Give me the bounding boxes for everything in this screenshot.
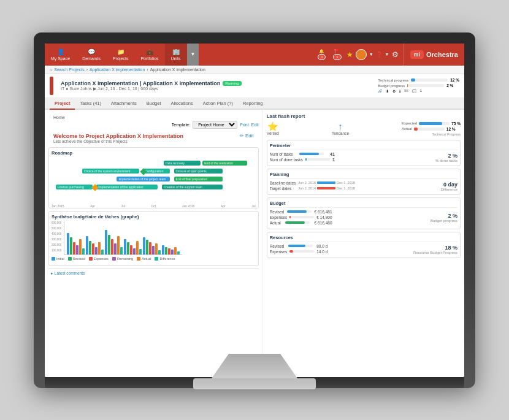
budget-actual-bar <box>285 221 305 224</box>
chart-bar <box>124 239 126 254</box>
chart-bar <box>89 241 91 254</box>
chart-bar <box>108 235 110 254</box>
avatar-dropdown[interactable]: ▼ <box>369 52 373 56</box>
nav-portfolios[interactable]: 💼 Portfolios <box>134 44 164 66</box>
nav-portfolios-label: Portfolios <box>140 56 158 61</box>
chart-bar <box>152 246 155 254</box>
budget-actual-value: € 616,480 <box>315 221 332 225</box>
favorites-icon[interactable]: ★ <box>346 50 353 59</box>
budget-percent-sub: Budget progress <box>431 219 457 223</box>
portfolios-icon: 💼 <box>146 48 153 55</box>
info-icon[interactable]: ℹ <box>399 89 400 93</box>
avatar[interactable] <box>356 49 367 60</box>
tab-allocations[interactable]: Allocations <box>166 98 198 110</box>
bell-icon: 🔔 <box>319 49 324 54</box>
right-panel: Last flash report ⭐ Vériled ↑ Tendance <box>263 110 464 377</box>
screen: 👤 My Space 💬 Demands 📁 Projects 💼 Portfo… <box>45 44 464 377</box>
baseline-bar <box>317 181 335 184</box>
baseline-from: Jun 2, 2016 <box>298 181 316 185</box>
question-icon[interactable]: ❓ <box>376 52 383 58</box>
legend-item: Revised <box>68 257 85 261</box>
chart-bars-area <box>64 221 182 255</box>
chart-bar <box>149 242 151 254</box>
flash-report-row: ⭐ Vériled ↑ Tendance Expected 75 % <box>267 121 461 136</box>
nav-flag[interactable]: 🚩 1 <box>331 49 343 60</box>
arrow-up-icon: ↑ <box>339 121 343 131</box>
units-icon: 🏢 <box>172 48 180 55</box>
resources-percent: 18 % <box>445 245 457 251</box>
tab-budget[interactable]: Budget <box>142 98 166 110</box>
task-data-recovery: Data recovery <box>164 161 201 166</box>
task-choice-system: Choice of the system environment <box>82 169 139 174</box>
chart-legend: InitialRevisedExpensesRemainingActualDif… <box>52 257 256 261</box>
num-done-value: 1 <box>332 158 335 162</box>
download-icon[interactable]: ⬇ <box>386 89 389 93</box>
nav-demands[interactable]: 💬 Demands <box>76 44 107 66</box>
tab-action-plan[interactable]: Action Plan (?) <box>198 98 238 110</box>
settings-icon[interactable]: ⚙ <box>392 50 399 59</box>
welcome-subtitle: Lets achieve the Objective of this Proje… <box>53 139 183 143</box>
chart-bar <box>73 242 75 254</box>
budget-progress-bar <box>407 84 408 87</box>
tab-reporting[interactable]: Reporting <box>238 98 268 110</box>
budget-revised-label: Revised <box>270 210 284 214</box>
chart-bar <box>155 243 158 254</box>
project-meta: IT ● Suze Johns ▶ Jun 2, 16 - Dec 1, 16 … <box>61 86 373 91</box>
question-dropdown[interactable]: ▼ <box>385 52 389 56</box>
nav-projects[interactable]: 📁 Projects <box>107 44 134 66</box>
chart-container: 600,000500,000400,000300,000200,000100,0… <box>52 221 256 255</box>
logo-box: mi <box>410 50 424 59</box>
budget-revised-bar <box>287 210 307 213</box>
budget-revised-value: € 616,481 <box>315 210 332 214</box>
legend-box <box>52 257 55 261</box>
legend-label: Remaining <box>117 257 133 261</box>
legend-label: Actual <box>142 257 151 261</box>
baseline-label: Baseline dates <box>270 181 296 185</box>
latest-comments[interactable]: ▸ Latest comments <box>48 269 259 278</box>
settings2-icon[interactable]: ⚙ <box>392 89 396 93</box>
num-tasks-label: Num of tasks <box>270 152 293 156</box>
project-title-col: Application X implementation | Applicati… <box>61 80 373 91</box>
tab-attachments[interactable]: Attachments <box>106 98 142 110</box>
num-done-bar <box>305 158 307 161</box>
tp-label: Technical Progress <box>402 132 461 136</box>
tab-project[interactable]: Project <box>50 98 75 110</box>
breadcrumb-project[interactable]: Application X implementation <box>90 67 145 72</box>
nav-dropdown[interactable]: ▼ <box>187 44 199 66</box>
legend-box <box>137 257 140 261</box>
nav-bell[interactable]: 🔔 0 <box>315 49 328 60</box>
project-indicator <box>50 77 53 95</box>
welcome-section: Welcome to Project Application X Impleme… <box>48 131 259 145</box>
chart-bar <box>67 233 69 254</box>
tab-tasks[interactable]: Tasks (41) <box>75 98 106 110</box>
chart-bar <box>86 236 88 254</box>
edit-template-button[interactable]: Edit <box>251 123 259 127</box>
share-count: 55 <box>404 89 408 93</box>
resources-percent-sub: Resource Budget Progress <box>413 251 457 254</box>
chart-bar <box>70 237 72 254</box>
legend-box <box>68 257 72 261</box>
legend-label: Expenses <box>94 257 109 261</box>
num-tasks-value: 41 <box>330 152 335 156</box>
expected-label: Expected <box>402 121 417 125</box>
nav-projects-label: Projects <box>113 56 128 61</box>
print-button[interactable]: Print <box>240 123 248 127</box>
nav-units[interactable]: 🏢 Units <box>165 44 187 66</box>
chart-bar <box>76 245 78 254</box>
template-select[interactable]: Project Home <box>193 121 237 129</box>
task-closure: Closure of open points <box>174 169 223 174</box>
resources-revised-value: 80.0 d <box>316 244 327 248</box>
share-icon[interactable]: 🔗 <box>378 89 382 93</box>
comments-icon[interactable]: 💬 <box>412 89 416 93</box>
main-content: Home Template: Project Home Print Edit W <box>45 110 464 377</box>
welcome-edit-button[interactable]: ✏ Edit <box>240 133 254 139</box>
breadcrumb-search[interactable]: Search Projects <box>54 67 84 72</box>
chart-group <box>67 233 85 254</box>
nav-myspace[interactable]: 👤 My Space <box>45 44 76 66</box>
task-end-realization: End of the realization <box>202 161 247 166</box>
breadcrumb-current: Application X implementation <box>150 67 205 72</box>
actual-bar <box>414 128 418 131</box>
project-header: Application X implementation | Applicati… <box>45 74 464 98</box>
expected-value: 75 % <box>451 121 461 126</box>
legend-box <box>112 257 116 261</box>
